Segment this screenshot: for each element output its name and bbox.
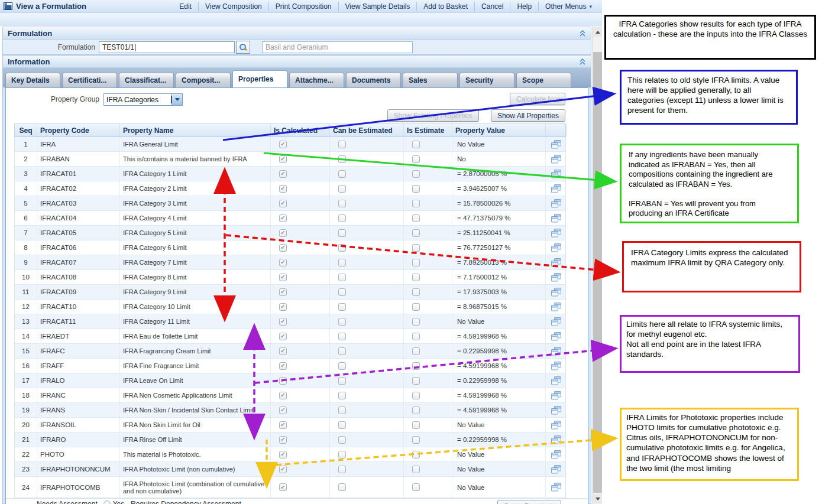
is-estimate-checkbox[interactable] [412, 483, 420, 491]
is-estimate-checkbox[interactable] [412, 274, 420, 281]
is-estimate-checkbox[interactable] [412, 466, 420, 473]
table-row[interactable]: 21 IFRARO IFRA Rinse Off Limit = 0.22959… [15, 433, 565, 447]
vertical-scrollbar[interactable] [592, 26, 602, 504]
menu-item[interactable]: View Sample Details [338, 2, 417, 11]
copy-property-button[interactable] [546, 196, 565, 210]
copy-property-button[interactable] [546, 359, 565, 373]
copy-property-button[interactable] [546, 285, 565, 299]
table-row[interactable]: 12 IFRACAT10 IFRA Category 10 Limit = 8.… [15, 300, 565, 314]
can-be-estimated-checkbox[interactable] [338, 392, 346, 399]
can-be-estimated-checkbox[interactable] [338, 333, 346, 340]
table-row[interactable]: 10 IFRACAT08 IFRA Category 8 Limit = 7.1… [15, 270, 565, 285]
search-lookup-button[interactable] [236, 41, 250, 54]
scrollbar-thumb[interactable] [593, 52, 602, 493]
copy-property-button[interactable] [546, 447, 565, 461]
menu-item[interactable]: Cancel [474, 2, 510, 11]
can-be-estimated-checkbox[interactable] [338, 185, 346, 193]
copy-property-button[interactable] [546, 255, 565, 269]
is-estimate-checkbox[interactable] [412, 318, 420, 326]
copy-property-button[interactable] [546, 240, 565, 255]
copy-property-button[interactable] [546, 477, 565, 498]
scroll-up-icon[interactable] [593, 27, 602, 37]
is-estimate-checkbox[interactable] [412, 200, 420, 207]
show-existing-properties-button[interactable]: Show Existing Properties [387, 109, 479, 122]
table-row[interactable]: 9 IFRACAT07 IFRA Category 7 Limit = 7.89… [15, 255, 565, 270]
is-estimate-checkbox[interactable] [412, 155, 420, 163]
tab[interactable]: Documents [346, 73, 401, 87]
tab[interactable]: Classificat... [119, 73, 174, 87]
dropdown-arrow-icon[interactable] [171, 94, 182, 105]
is-calculated-checkbox[interactable] [279, 185, 287, 193]
is-calculated-checkbox[interactable] [279, 244, 287, 252]
copy-property-button[interactable] [546, 329, 565, 343]
table-row[interactable]: 16 IFRAFF IFRA Fine Fragrance Limit = 4.… [15, 359, 565, 373]
scroll-down-icon[interactable] [593, 494, 602, 503]
is-calculated-checkbox[interactable] [279, 229, 287, 237]
can-be-estimated-checkbox[interactable] [338, 347, 346, 355]
is-calculated-checkbox[interactable] [279, 407, 287, 414]
table-row[interactable]: 11 IFRACAT09 IFRA Category 9 Limit = 17.… [15, 285, 565, 300]
show-all-properties-button[interactable]: Show All Properties [491, 109, 565, 122]
is-calculated-checkbox[interactable] [279, 377, 287, 385]
is-calculated-checkbox[interactable] [279, 214, 287, 222]
table-row[interactable]: 1 IFRA IFRA General Limit No Value [15, 137, 565, 152]
is-estimate-checkbox[interactable] [412, 377, 420, 385]
table-row[interactable]: 15 IFRAFC IFRA Fragrancing Cream Limit =… [15, 344, 565, 359]
can-be-estimated-checkbox[interactable] [338, 200, 346, 207]
table-row[interactable]: 24 IFRAPHOTOCOMB IFRA Phototoxic Limit (… [15, 477, 565, 498]
menu-item[interactable]: Help [510, 2, 538, 11]
copy-property-button[interactable] [546, 226, 565, 240]
formulation-code-input[interactable]: TEST01/1 [99, 41, 235, 53]
copy-property-button[interactable] [546, 388, 565, 402]
property-group-select[interactable]: IFRA Categories [103, 93, 183, 106]
is-estimate-checkbox[interactable] [412, 141, 420, 148]
is-calculated-checkbox[interactable] [279, 392, 287, 399]
menu-item[interactable]: Edit [173, 2, 198, 11]
can-be-estimated-checkbox[interactable] [338, 466, 346, 473]
tab[interactable]: Key Details [5, 73, 60, 87]
collapse-section-icon[interactable] [579, 58, 586, 66]
can-be-estimated-checkbox[interactable] [338, 259, 346, 266]
is-calculated-checkbox[interactable] [279, 362, 287, 370]
is-calculated-checkbox[interactable] [279, 483, 287, 491]
is-calculated-checkbox[interactable] [279, 333, 287, 340]
menu-item-other-menus[interactable]: Other Menus ▾ [538, 2, 598, 11]
is-estimate-checkbox[interactable] [412, 362, 420, 370]
is-calculated-checkbox[interactable] [279, 288, 287, 296]
copy-property-button[interactable] [546, 167, 565, 181]
is-estimate-checkbox[interactable] [412, 288, 420, 296]
is-estimate-checkbox[interactable] [412, 259, 420, 266]
table-row[interactable]: 4 IFRACAT02 IFRA Category 2 Limit = 3.94… [15, 181, 565, 196]
is-calculated-checkbox[interactable] [279, 421, 287, 429]
table-row[interactable]: 19 IFRANS IFRA Non-Skin / Incidental Ski… [15, 403, 565, 418]
can-be-estimated-checkbox[interactable] [338, 155, 346, 163]
is-estimate-checkbox[interactable] [412, 436, 420, 444]
tab[interactable]: Composit... [176, 73, 231, 87]
copy-property-button[interactable] [546, 462, 565, 476]
tab[interactable]: Attachme... [289, 73, 344, 87]
table-row[interactable]: 22 PHOTO This material is Phototoxic. No… [15, 447, 565, 462]
can-be-estimated-checkbox[interactable] [338, 421, 346, 429]
menu-item[interactable]: View Composition [198, 2, 268, 11]
calculate-now-button[interactable]: Calculate Now [510, 93, 565, 105]
can-be-estimated-checkbox[interactable] [338, 229, 346, 237]
needs-assessment-radio[interactable] [103, 500, 111, 504]
is-calculated-checkbox[interactable] [279, 347, 287, 355]
table-row[interactable]: 20 IFRANSOIL IFRA Non Skin Limit for Oil… [15, 418, 565, 433]
table-row[interactable]: 6 IFRACAT04 IFRA Category 4 Limit = 47.7… [15, 211, 565, 226]
is-estimate-checkbox[interactable] [412, 347, 420, 355]
is-calculated-checkbox[interactable] [279, 155, 287, 163]
can-be-estimated-checkbox[interactable] [338, 141, 346, 148]
is-estimate-checkbox[interactable] [412, 421, 420, 429]
can-be-estimated-checkbox[interactable] [338, 274, 346, 281]
can-be-estimated-checkbox[interactable] [338, 303, 346, 311]
copy-property-button[interactable] [546, 418, 565, 432]
tab[interactable]: Scope [516, 73, 571, 87]
table-row[interactable]: 8 IFRACAT06 IFRA Category 6 Limit = 76.7… [15, 240, 565, 255]
copy-property-button[interactable] [546, 137, 565, 151]
can-be-estimated-checkbox[interactable] [338, 436, 346, 444]
is-calculated-checkbox[interactable] [279, 274, 287, 281]
table-row[interactable]: 17 IFRALO IFRA Leave On Limit = 0.229599… [15, 373, 565, 388]
can-be-estimated-checkbox[interactable] [338, 244, 346, 252]
copy-property-button[interactable] [546, 181, 565, 196]
